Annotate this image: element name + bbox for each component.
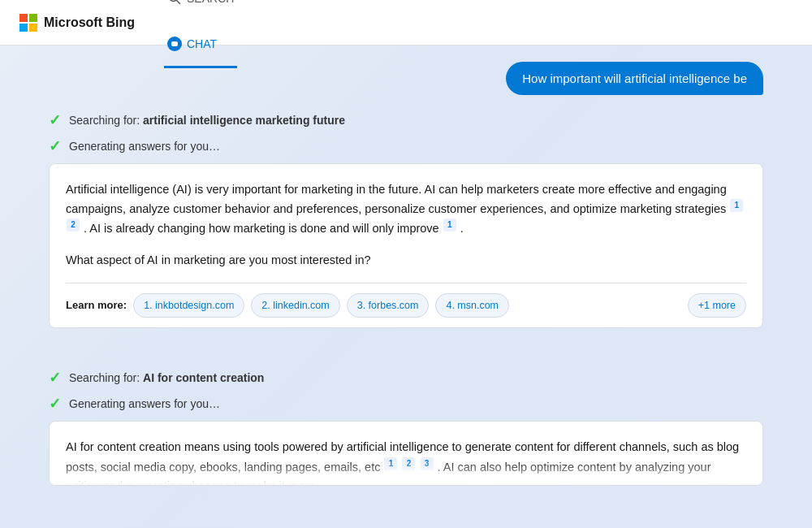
- header: Microsoft Bing SEARCH CHAT: [0, 0, 812, 45]
- microsoft-logo: [19, 14, 37, 32]
- status-item-1a: ✓ Searching for: artificial intelligence…: [49, 111, 763, 129]
- learn-more-link-1[interactable]: 1. inkbotdesign.com: [133, 293, 244, 318]
- learn-more-label: Learn more:: [66, 297, 127, 314]
- status-item-2a: ✓ Searching for: AI for content creation: [49, 369, 763, 387]
- chat-icon: [167, 37, 182, 51]
- user-message-row: How important will artificial intelligen…: [49, 62, 763, 95]
- checkmark-icon-1a: ✓: [49, 111, 61, 129]
- learn-more-link-4[interactable]: 4. msn.com: [435, 293, 509, 318]
- learn-more-more[interactable]: +1 more: [688, 293, 746, 318]
- learn-more-link-2[interactable]: 2. linkedin.com: [251, 293, 339, 318]
- status-item-1b: ✓ Generating answers for you…: [49, 137, 763, 155]
- response-body-cont-1: . AI is already changing how marketing i…: [84, 222, 439, 235]
- nav-bar: SEARCH CHAT: [164, 0, 237, 68]
- response-body-end-1: .: [460, 222, 464, 235]
- search-icon: [167, 0, 182, 6]
- nav-item-search[interactable]: SEARCH: [164, 0, 237, 23]
- checkmark-icon-2a: ✓: [49, 369, 61, 387]
- status-item-2b: ✓ Generating answers for you…: [49, 395, 763, 413]
- ref-2b: 2: [402, 457, 415, 470]
- ref-1a: 1: [730, 199, 743, 212]
- status-text-2a: Searching for: AI for content creation: [69, 371, 264, 384]
- section-gap: [49, 344, 763, 369]
- ref-1b: 2: [67, 219, 80, 232]
- response-body-cont-2: . AI can also help optimize content by a…: [66, 460, 710, 486]
- nav-search-label: SEARCH: [187, 0, 234, 5]
- nav-chat-label: CHAT: [187, 37, 217, 50]
- svg-line-1: [177, 1, 180, 4]
- response-body-1: Artificial intelligence (AI) is very imp…: [66, 180, 746, 238]
- brand-name: Microsoft Bing: [44, 15, 135, 30]
- ref-2c: 3: [421, 457, 434, 470]
- response-card-1: Artificial intelligence (AI) is very imp…: [49, 163, 763, 328]
- response-card-2: AI for content creation means using tool…: [49, 421, 763, 486]
- user-message-bubble: How important will artificial intelligen…: [506, 62, 763, 95]
- status-text-2b: Generating answers for you…: [69, 397, 220, 410]
- status-text-1b: Generating answers for you…: [69, 140, 220, 153]
- checkmark-icon-2b: ✓: [49, 395, 61, 413]
- learn-more-link-3[interactable]: 3. forbes.com: [347, 293, 430, 318]
- status-text-1a: Searching for: artificial intelligence m…: [69, 114, 345, 127]
- logo-area: Microsoft Bing: [19, 14, 135, 32]
- ref-1c: 1: [443, 219, 456, 232]
- learn-more-bar: Learn more: 1. inkbotdesign.com 2. linke…: [66, 283, 746, 327]
- checkmark-icon-1b: ✓: [49, 137, 61, 155]
- ref-2a: 1: [384, 457, 397, 470]
- response-body-text-1: Artificial intelligence (AI) is very imp…: [66, 183, 727, 215]
- response-question-1: What aspect of AI in marketing are you m…: [66, 251, 746, 270]
- main-content: How important will artificial intelligen…: [0, 45, 812, 528]
